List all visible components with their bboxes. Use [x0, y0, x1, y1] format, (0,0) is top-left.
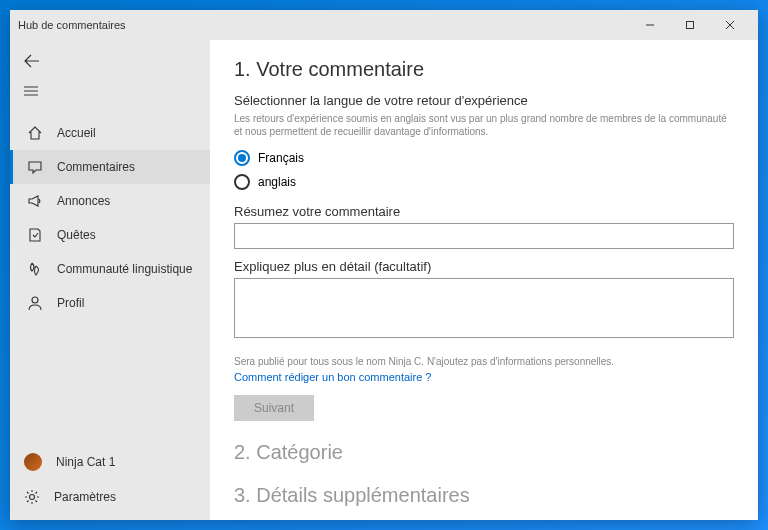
step3-title: 3. Détails supplémentaires [234, 484, 734, 507]
settings-button[interactable]: Paramètres [10, 480, 210, 514]
quest-icon [27, 227, 43, 243]
avatar [24, 453, 42, 471]
step1-title: 1. Votre commentaire [234, 58, 734, 81]
nav-item-announcements[interactable]: Annonces [10, 184, 210, 218]
radio-icon [234, 150, 250, 166]
next-button[interactable]: Suivant [234, 395, 314, 421]
profile-icon [27, 295, 43, 311]
sidebar: Accueil Commentaires Annonces Quêtes Com… [10, 40, 210, 520]
user-account[interactable]: Ninja Cat 1 [10, 444, 210, 480]
nav-label: Communauté linguistique [57, 262, 192, 276]
nav-item-feedback[interactable]: Commentaires [10, 150, 210, 184]
detail-label: Expliquez plus en détail (facultatif) [234, 259, 734, 274]
help-link[interactable]: Comment rédiger un bon commentaire ? [234, 371, 734, 383]
radio-label: anglais [258, 175, 296, 189]
svg-point-8 [30, 495, 35, 500]
window-body: Accueil Commentaires Annonces Quêtes Com… [10, 40, 758, 520]
close-button[interactable] [710, 11, 750, 39]
maximize-icon [685, 20, 695, 30]
nav-item-profile[interactable]: Profil [10, 286, 210, 320]
titlebar: Hub de commentaires [10, 10, 758, 40]
hamburger-button[interactable] [10, 77, 210, 108]
close-icon [725, 20, 735, 30]
nav-label: Commentaires [57, 160, 135, 174]
radio-english[interactable]: anglais [234, 170, 734, 194]
nav-label: Annonces [57, 194, 110, 208]
step2-title: 2. Catégorie [234, 441, 734, 464]
back-arrow-icon [24, 54, 40, 68]
svg-rect-1 [687, 22, 694, 29]
window-title: Hub de commentaires [18, 19, 630, 31]
hamburger-icon [24, 85, 38, 97]
megaphone-icon [27, 193, 43, 209]
nav-item-community[interactable]: Communauté linguistique [10, 252, 210, 286]
detail-textarea[interactable] [234, 278, 734, 338]
nav-list: Accueil Commentaires Annonces Quêtes Com… [10, 116, 210, 444]
svg-point-7 [32, 297, 38, 303]
minimize-button[interactable] [630, 11, 670, 39]
nav-label: Profil [57, 296, 84, 310]
user-name: Ninja Cat 1 [56, 455, 115, 469]
sidebar-top [10, 40, 210, 116]
language-label: Sélectionner la langue de votre retour d… [234, 93, 734, 108]
nav-label: Quêtes [57, 228, 96, 242]
language-help-text: Les retours d'expérience soumis en angla… [234, 112, 734, 138]
back-button[interactable] [10, 48, 210, 77]
main-content: 1. Votre commentaire Sélectionner la lan… [210, 40, 758, 520]
home-icon [27, 125, 43, 141]
nav-item-quests[interactable]: Quêtes [10, 218, 210, 252]
community-icon [27, 261, 43, 277]
nav-label: Accueil [57, 126, 96, 140]
app-window: Hub de commentaires [10, 10, 758, 520]
language-radio-group: Français anglais [234, 146, 734, 194]
feedback-icon [27, 159, 43, 175]
settings-label: Paramètres [54, 490, 116, 504]
gear-icon [24, 489, 40, 505]
radio-icon [234, 174, 250, 190]
summary-input[interactable] [234, 223, 734, 249]
summary-label: Résumez votre commentaire [234, 204, 734, 219]
sidebar-bottom: Ninja Cat 1 Paramètres [10, 444, 210, 520]
window-controls [630, 11, 750, 39]
minimize-icon [645, 20, 655, 30]
radio-french[interactable]: Français [234, 146, 734, 170]
publish-disclaimer: Sera publié pour tous sous le nom Ninja … [234, 356, 734, 367]
maximize-button[interactable] [670, 11, 710, 39]
nav-item-home[interactable]: Accueil [10, 116, 210, 150]
radio-label: Français [258, 151, 304, 165]
